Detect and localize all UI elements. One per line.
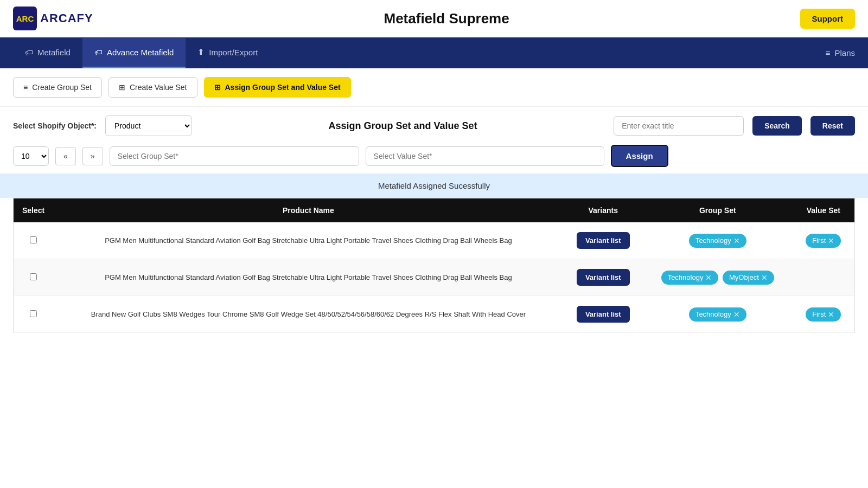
variant-list-button[interactable]: Variant list xyxy=(577,306,630,323)
success-banner: Metafield Assigned Sucessfully xyxy=(0,174,868,198)
row-checkbox[interactable] xyxy=(30,273,37,280)
table-header-row: Select Product Name Variants Group Set V… xyxy=(14,198,855,223)
nav-plans[interactable]: ≡ Plans xyxy=(826,38,855,67)
plans-label: Plans xyxy=(834,48,855,57)
search-input[interactable] xyxy=(614,116,744,136)
table-row: Brand New Golf Clubs SM8 Wedges Tour Chr… xyxy=(14,296,855,333)
nav-item-metafield[interactable]: 🏷 Metafield xyxy=(13,38,82,68)
group-set-tag-label: Technology xyxy=(695,236,731,245)
value-set-tag[interactable]: First ✕ xyxy=(806,307,841,322)
controls-row: Select Shopify Object*: Product Collecti… xyxy=(0,107,868,145)
value-set-tag[interactable]: First ✕ xyxy=(806,234,841,248)
logo-arc-text: ARC xyxy=(16,14,34,23)
row-product-name: PGM Men Multifunctional Standard Aviatio… xyxy=(53,259,563,296)
row-checkbox-cell xyxy=(14,222,54,259)
row-product-name: Brand New Golf Clubs SM8 Wedges Tour Chr… xyxy=(53,296,563,333)
row-value-set-cell: First ✕ xyxy=(793,296,855,333)
table-wrapper: Select Product Name Variants Group Set V… xyxy=(0,198,868,346)
variant-list-button[interactable]: Variant list xyxy=(577,269,630,286)
row-checkbox[interactable] xyxy=(30,236,37,243)
logo-icon: ARC xyxy=(13,7,37,30)
row-product-name: PGM Men Multifunctional Standard Aviatio… xyxy=(53,222,563,259)
row-variants-cell: Variant list xyxy=(564,296,643,333)
table-icon: ⊞ xyxy=(119,83,125,92)
value-set-tag-label: First xyxy=(812,236,826,245)
col-product-name: Product Name xyxy=(53,198,563,223)
tag-filled-icon: 🏷 xyxy=(94,48,103,57)
logo: ARC ARCAFY xyxy=(13,7,93,30)
prev-page-button[interactable]: « xyxy=(55,147,76,165)
row-group-set-cell: Technology ✕ MyObject ✕ xyxy=(643,259,793,296)
nav-bar: 🏷 Metafield 🏷 Advance Metafield ⬆ Import… xyxy=(0,37,868,68)
toolbar: ≡ Create Group Set ⊞ Create Value Set ⊞ … xyxy=(0,68,868,107)
reset-button[interactable]: Reset xyxy=(810,116,855,136)
col-group-set: Group Set xyxy=(643,198,793,223)
table-body: PGM Men Multifunctional Standard Aviatio… xyxy=(14,222,855,333)
remove-icon-2[interactable]: ✕ xyxy=(828,236,834,245)
shopify-object-select[interactable]: Product Collection Customer Order xyxy=(105,115,192,136)
row-group-set-cell: Technology ✕ xyxy=(643,222,793,259)
row-checkbox[interactable] xyxy=(30,310,37,317)
row-checkbox-cell xyxy=(14,259,54,296)
assign-section-title: Assign Group Set and Value Set xyxy=(201,120,605,132)
plans-icon: ≡ xyxy=(826,48,831,57)
row-checkbox-cell xyxy=(14,296,54,333)
nav-item-advance-metafield[interactable]: 🏷 Advance Metafield xyxy=(82,38,186,68)
create-group-set-label: Create Group Set xyxy=(32,83,92,92)
second-controls-row: 10 20 50 100 « » Assign xyxy=(0,145,868,174)
value-set-tag-label: First xyxy=(812,310,826,318)
page-size-select[interactable]: 10 20 50 100 xyxy=(13,146,49,166)
group-set-tag-label: Technology xyxy=(695,310,731,318)
assign-group-value-button[interactable]: ⊞ Assign Group Set and Value Set xyxy=(204,77,351,98)
nav-advance-label: Advance Metafield xyxy=(107,48,174,57)
col-variants: Variants xyxy=(564,198,643,223)
row-variants-cell: Variant list xyxy=(564,259,643,296)
group-set-tag-label: Technology xyxy=(668,273,704,281)
group-set-tag-technology[interactable]: Technology ✕ xyxy=(661,271,719,285)
products-table: Select Product Name Variants Group Set V… xyxy=(13,198,855,333)
nav-import-label: Import/Export xyxy=(209,48,258,57)
table-row: PGM Men Multifunctional Standard Aviatio… xyxy=(14,259,855,296)
next-page-button[interactable]: » xyxy=(82,147,103,165)
group-set-tag-myobject[interactable]: MyObject ✕ xyxy=(723,271,774,285)
select-shopify-label: Select Shopify Object*: xyxy=(13,121,97,130)
create-value-set-button[interactable]: ⊞ Create Value Set xyxy=(108,77,197,98)
row-value-set-cell xyxy=(793,259,855,296)
table-header: Select Product Name Variants Group Set V… xyxy=(14,198,855,223)
support-button[interactable]: Support xyxy=(800,9,856,29)
remove-icon[interactable]: ✕ xyxy=(733,236,740,245)
col-select: Select xyxy=(14,198,54,223)
row-group-set-cell: Technology ✕ xyxy=(643,296,793,333)
row-value-set-cell: First ✕ xyxy=(793,222,855,259)
remove-icon[interactable]: ✕ xyxy=(705,273,712,282)
group-set-tag[interactable]: Technology ✕ xyxy=(689,234,746,248)
group-set-tag-myobject-label: MyObject xyxy=(729,273,759,281)
create-value-set-label: Create Value Set xyxy=(130,83,187,92)
app-title: Metafield Supreme xyxy=(384,10,509,27)
assign-table-icon: ⊞ xyxy=(214,83,221,92)
import-icon: ⬆ xyxy=(197,47,205,57)
top-bar: ARC ARCAFY Metafield Supreme Support xyxy=(0,0,868,37)
group-set-input[interactable] xyxy=(110,146,359,166)
nav-left: 🏷 Metafield 🏷 Advance Metafield ⬆ Import… xyxy=(13,37,270,68)
table-row: PGM Men Multifunctional Standard Aviatio… xyxy=(14,222,855,259)
logo-text: ARCAFY xyxy=(40,11,93,25)
nav-item-import-export[interactable]: ⬆ Import/Export xyxy=(186,37,270,68)
remove-icon[interactable]: ✕ xyxy=(733,310,740,319)
group-set-tag[interactable]: Technology ✕ xyxy=(689,307,746,322)
row-variants-cell: Variant list xyxy=(564,222,643,259)
tag-icon: 🏷 xyxy=(25,48,33,57)
value-set-input[interactable] xyxy=(366,146,604,166)
variant-list-button[interactable]: Variant list xyxy=(577,232,630,249)
list-icon: ≡ xyxy=(23,83,28,92)
search-button[interactable]: Search xyxy=(752,116,802,136)
create-group-set-button[interactable]: ≡ Create Group Set xyxy=(13,77,102,98)
remove-icon-myobject[interactable]: ✕ xyxy=(761,273,768,282)
success-message: Metafield Assigned Sucessfully xyxy=(378,181,490,190)
assign-button[interactable]: Assign xyxy=(611,145,668,167)
col-value-set: Value Set xyxy=(793,198,855,223)
assign-group-value-label: Assign Group Set and Value Set xyxy=(225,83,341,92)
nav-metafield-label: Metafield xyxy=(37,48,71,57)
remove-icon[interactable]: ✕ xyxy=(828,310,834,319)
